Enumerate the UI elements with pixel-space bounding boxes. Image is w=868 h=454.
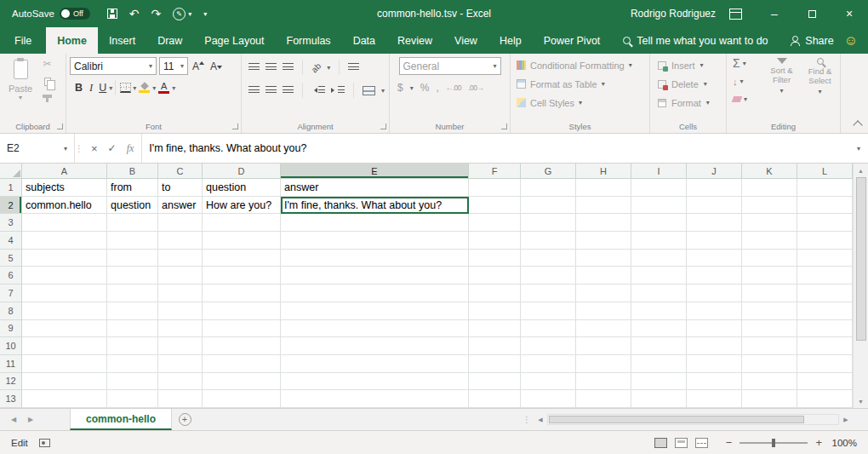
- cell-C13[interactable]: [158, 390, 203, 408]
- cell-C8[interactable]: [158, 302, 203, 320]
- cell-H5[interactable]: [576, 250, 631, 267]
- new-sheet-button[interactable]: +: [172, 409, 197, 430]
- cell-K2[interactable]: [742, 197, 797, 215]
- cancel-icon[interactable]: ×: [91, 142, 98, 155]
- cell-I1[interactable]: [631, 179, 687, 197]
- chevron-down-icon[interactable]: ▾: [133, 84, 136, 92]
- cell-K5[interactable]: [742, 250, 797, 267]
- cell-E5[interactable]: [281, 250, 469, 267]
- column-header-G[interactable]: G: [521, 164, 576, 179]
- select-all-button[interactable]: [0, 164, 22, 179]
- cell-L5[interactable]: [797, 250, 853, 267]
- cell-A4[interactable]: [22, 232, 107, 250]
- cell-K7[interactable]: [742, 284, 797, 302]
- cell-I3[interactable]: [631, 214, 687, 232]
- paste-button[interactable]: Paste ▾: [3, 57, 38, 118]
- row-header-6[interactable]: 6: [0, 267, 22, 284]
- cell-C1[interactable]: to: [158, 179, 203, 197]
- font-dialog-launcher-icon[interactable]: [232, 124, 238, 129]
- cell-D9[interactable]: [203, 320, 281, 338]
- font-color-button[interactable]: A: [158, 83, 169, 94]
- cell-C3[interactable]: [158, 214, 203, 232]
- tell-me-box[interactable]: Tell me what you want to do: [623, 27, 768, 54]
- cell-L9[interactable]: [797, 320, 853, 338]
- bold-button[interactable]: B: [71, 82, 86, 94]
- chevron-down-icon[interactable]: ▾: [172, 84, 175, 92]
- cell-B5[interactable]: [107, 250, 158, 267]
- cell-F11[interactable]: [469, 355, 521, 373]
- cell-G9[interactable]: [521, 320, 576, 338]
- chevron-down-icon[interactable]: ▾: [410, 84, 414, 92]
- macro-record-icon[interactable]: [39, 439, 50, 447]
- row-header-3[interactable]: 3: [0, 214, 22, 232]
- cell-K12[interactable]: [742, 373, 797, 391]
- formula-input[interactable]: I'm fine, thanks. What about you?: [142, 134, 849, 163]
- cell-H13[interactable]: [576, 390, 631, 408]
- increase-font-size-button[interactable]: A: [191, 60, 206, 72]
- cell-L1[interactable]: [797, 179, 853, 197]
- insert-function-icon[interactable]: fx: [127, 142, 134, 155]
- orientation-icon[interactable]: ab: [310, 60, 323, 74]
- cell-J7[interactable]: [687, 284, 742, 302]
- column-header-L[interactable]: L: [797, 164, 853, 179]
- vertical-scrollbar-thumb[interactable]: [856, 177, 866, 341]
- cell-I13[interactable]: [631, 390, 687, 408]
- chevron-down-icon[interactable]: ▾: [188, 10, 191, 18]
- cell-E10[interactable]: [281, 337, 469, 355]
- column-header-K[interactable]: K: [742, 164, 797, 179]
- cell-H2[interactable]: [576, 197, 631, 215]
- zoom-slider-thumb[interactable]: [772, 439, 775, 447]
- cell-I10[interactable]: [631, 337, 687, 355]
- align-right-icon[interactable]: [283, 86, 294, 95]
- tab-power-pivot[interactable]: Power Pivot: [533, 27, 612, 54]
- autosave-toggle[interactable]: Off: [60, 8, 90, 20]
- delete-cells-button[interactable]: Delete ▾: [658, 77, 726, 91]
- align-left-icon[interactable]: [248, 86, 260, 95]
- cell-B7[interactable]: [107, 284, 158, 302]
- format-cells-button[interactable]: Format ▾: [658, 95, 726, 110]
- middle-align-icon[interactable]: [266, 63, 277, 72]
- cell-E9[interactable]: [281, 320, 469, 338]
- formula-bar-splitter[interactable]: ⋮: [75, 134, 83, 163]
- cell-D7[interactable]: [203, 284, 281, 302]
- cell-G3[interactable]: [521, 214, 576, 232]
- row-header-9[interactable]: 9: [0, 320, 22, 338]
- cell-J5[interactable]: [687, 250, 742, 267]
- sort-filter-button[interactable]: Sort & Filter ▾: [762, 58, 801, 97]
- cell-D11[interactable]: [203, 355, 281, 373]
- undo-icon[interactable]: ↶: [129, 8, 140, 20]
- cell-L11[interactable]: [797, 355, 853, 373]
- cell-E13[interactable]: [281, 390, 469, 408]
- cell-E4[interactable]: [281, 232, 469, 250]
- cell-H6[interactable]: [576, 267, 631, 284]
- top-align-icon[interactable]: [248, 63, 260, 72]
- cell-C6[interactable]: [158, 267, 203, 284]
- cell-K4[interactable]: [742, 232, 797, 250]
- comma-style-icon[interactable]: ,: [436, 82, 438, 94]
- percent-style-icon[interactable]: %: [420, 82, 430, 94]
- cell-H8[interactable]: [576, 302, 631, 320]
- cell-L12[interactable]: [797, 373, 853, 391]
- cell-E8[interactable]: [281, 302, 469, 320]
- cell-L8[interactable]: [797, 302, 853, 320]
- format-painter-icon[interactable]: [43, 95, 52, 98]
- autosum-button[interactable]: Σ ▾: [733, 57, 747, 70]
- cell-B4[interactable]: [107, 232, 158, 250]
- font-name-select[interactable]: Calibri ▾: [70, 57, 157, 75]
- cell-H3[interactable]: [576, 214, 631, 232]
- conditional-formatting-button[interactable]: Conditional Formatting ▾: [517, 58, 649, 72]
- cell-I6[interactable]: [631, 267, 687, 284]
- cell-F6[interactable]: [469, 267, 521, 284]
- cell-H7[interactable]: [576, 284, 631, 302]
- cell-A6[interactable]: [22, 267, 107, 284]
- cell-K1[interactable]: [742, 179, 797, 197]
- cell-B2[interactable]: question: [107, 197, 158, 215]
- cell-A3[interactable]: [22, 214, 107, 232]
- cell-D13[interactable]: [203, 390, 281, 408]
- cell-E7[interactable]: [281, 284, 469, 302]
- row-header-2[interactable]: 2: [0, 197, 22, 215]
- cell-I2[interactable]: [631, 197, 687, 215]
- save-icon[interactable]: [107, 9, 117, 19]
- cell-I11[interactable]: [631, 355, 687, 373]
- cell-B1[interactable]: from: [107, 179, 158, 197]
